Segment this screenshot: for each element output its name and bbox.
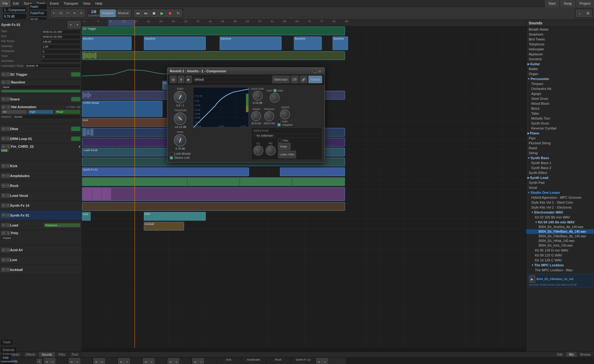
track-btn-s-6[interactable]: S — [6, 144, 11, 149]
menu-help[interactable]: Help — [93, 0, 105, 7]
sound-cat-mpc-lockbox[interactable]: ▼The MPC Lockbox — [526, 263, 594, 268]
split-tool[interactable]: ✂ — [65, 10, 71, 17]
sound-gunshot[interactable]: Gunshot — [526, 57, 594, 61]
project-button[interactable]: Project — [576, 0, 594, 7]
sound-kit-05[interactable]: Kit 05 136 D min WAV — [526, 248, 594, 253]
clip-bassline-1[interactable]: Bassline — [82, 36, 131, 50]
erase-tool[interactable]: ✕ — [71, 10, 78, 17]
track-tempo-value[interactable]: 146.00 — [41, 40, 80, 44]
hat-high-btn[interactable]: High — [28, 110, 54, 114]
poly-impact[interactable]: Impact — [1, 236, 13, 240]
track-btn-s-4[interactable]: S — [6, 127, 10, 131]
lane-lead[interactable] — [82, 177, 526, 187]
sound-wood-block[interactable]: Wood Block — [526, 101, 594, 106]
menu-transport[interactable]: Transport — [61, 0, 81, 7]
play-btn[interactable]: ▶ — [158, 10, 166, 17]
gain-knob[interactable] — [270, 93, 280, 103]
ch-solo-1[interactable]: S — [75, 358, 80, 364]
range-tool[interactable]: ⊡ — [58, 10, 64, 17]
track-btn-m-14[interactable]: M — [1, 231, 6, 235]
sound-steel-drum[interactable]: Steel Drum — [526, 96, 594, 101]
track-end-value[interactable]: 0048.01.00.000 — [41, 35, 80, 39]
track-start-value[interactable]: 0030.01.01.000 — [41, 30, 80, 34]
swap-btn[interactable]: Swap — [278, 143, 291, 150]
sound-b004-filterbass-1[interactable]: B004_Elc_FilterBass_Ab_140.wav — [526, 229, 594, 234]
track-btn-m-9[interactable]: M — [1, 184, 6, 188]
ch-solo-5[interactable]: S — [174, 358, 179, 364]
sound-organ[interactable]: Organ — [526, 71, 594, 76]
sound-cat-synth-bass[interactable]: ▼Synth Bass — [526, 155, 594, 160]
sound-cat-kit-04[interactable]: ▼Kit 04 140 Ab min WAV — [526, 220, 594, 225]
clip-bassline-5[interactable]: Bassline — [333, 36, 348, 50]
clip-sc-trigger[interactable]: SC Trigger — [82, 27, 345, 35]
hat-read-btn[interactable]: Read — [55, 110, 80, 114]
speed-adaptive-checkbox[interactable] — [278, 123, 281, 126]
track-btn-s-12[interactable]: S — [6, 213, 10, 218]
track-info-btn2[interactable]: ▼ — [74, 21, 80, 28]
sound-synth-bass-1[interactable]: Synth Bass 1 — [526, 160, 594, 165]
lane-0[interactable]: SC Trigger — [82, 26, 526, 36]
sound-applause[interactable]: Applause — [526, 52, 594, 57]
track-btn-m-2[interactable]: M — [1, 97, 6, 101]
ch-mute-3[interactable]: M — [118, 358, 124, 364]
sidechain-dropdown[interactable]: - No Sidechain - — [253, 133, 320, 138]
tab-sounds-bottom[interactable]: Sounds — [39, 352, 56, 357]
sound-cat-guitar[interactable]: ▶Guitar — [526, 61, 594, 66]
lane-kickball[interactable]: kickball — [82, 221, 526, 231]
tab-effects[interactable]: Effects — [23, 352, 38, 357]
clip-kick-1[interactable]: Kick — [82, 118, 169, 127]
sound-seashore[interactable]: Seashore — [526, 32, 594, 37]
lane-line[interactable]: Line Line — [82, 211, 526, 221]
input-gain-knob[interactable] — [253, 91, 263, 101]
tab-mix[interactable]: Mix — [566, 352, 577, 357]
tab-edit[interactable]: Edit — [554, 352, 566, 357]
track-btn-s-5[interactable]: S — [6, 137, 10, 141]
stereo-link-checkbox[interactable] — [170, 156, 173, 159]
sound-synth-bass-2[interactable]: Synth Bass 2 — [526, 165, 594, 170]
ch-mute-out[interactable]: M — [316, 358, 322, 364]
comp-off-btn[interactable]: Off — [291, 76, 299, 83]
sound-string[interactable]: String — [526, 150, 594, 155]
comp-settings-btn[interactable]: ⚙ — [178, 76, 184, 83]
sound-cat-synth-lead[interactable]: ▶Synth Lead — [526, 175, 594, 180]
ch-mute-1[interactable]: M — [69, 358, 75, 364]
sound-cat-piano[interactable]: ▶Piano — [526, 131, 594, 136]
track-btn-s-11[interactable]: S — [6, 203, 10, 208]
sound-melodic-tom[interactable]: Melodic Tom — [526, 116, 594, 121]
lane-bassline[interactable]: Bassline Bassline Bassline Bassline Bass… — [82, 36, 526, 51]
sound-mpc-lockbox-wav[interactable]: The MPC Lockbox - Wav — [526, 268, 594, 273]
bassline-instrument[interactable]: None — [1, 85, 80, 89]
sound-cat-studio-one-loops[interactable]: ▼Studio One Loops — [526, 190, 594, 195]
sound-synth-drum[interactable]: Synth Drum — [526, 121, 594, 126]
sound-b004-hihat[interactable]: B004_Elc_HiHat_140.wav — [526, 239, 594, 243]
menu-view[interactable]: View — [80, 0, 93, 7]
sound-breath-noise[interactable]: Breath Noise — [526, 27, 594, 32]
sound-synth-pad[interactable]: Synth Pad — [526, 180, 594, 185]
track-btn-m-5[interactable]: M — [1, 137, 6, 141]
ch-mute-0[interactable]: M — [44, 358, 50, 364]
paint-tool[interactable]: ✏ — [78, 10, 84, 17]
arrow-tool[interactable]: ↖ — [51, 10, 57, 17]
track-btn-m-6[interactable]: M — [1, 144, 6, 149]
clip-snare[interactable] — [82, 51, 345, 60]
clip-fm-1[interactable]: CHRD Break — [82, 101, 162, 117]
track-btn-s-0[interactable]: S — [6, 72, 10, 77]
comp-xboard-btn[interactable]: Xboard — [308, 76, 322, 83]
metronome-btn[interactable]: ♩ — [576, 10, 583, 17]
lane-acid[interactable] — [82, 201, 526, 211]
clip-lead[interactable] — [82, 177, 345, 186]
comp-sidechain-btn[interactable]: Sidechain — [272, 76, 290, 83]
fast-forward-btn[interactable]: ⏭ — [142, 10, 150, 17]
clip-acid[interactable] — [82, 202, 345, 211]
track-btn-m-10[interactable]: M — [1, 193, 6, 198]
sound-cat-percussion[interactable]: ▼Percussion — [526, 76, 594, 81]
rewind-btn[interactable]: ⏮ — [134, 10, 142, 17]
preview-play-btn[interactable]: ▶ — [529, 275, 535, 283]
comp-close-btn[interactable]: ✕ — [318, 69, 322, 73]
ch-solo-6[interactable]: S — [199, 358, 204, 364]
sound-b004-anasea[interactable]: B004_Elc_AnaSea_Ab_140.wav — [526, 225, 594, 229]
menu-file[interactable]: File — [0, 0, 11, 7]
musical-btn[interactable]: Musical — [116, 10, 131, 17]
ch-solo-0[interactable]: S — [50, 358, 55, 364]
banks-panel[interactable]: Banks — [0, 362, 14, 364]
